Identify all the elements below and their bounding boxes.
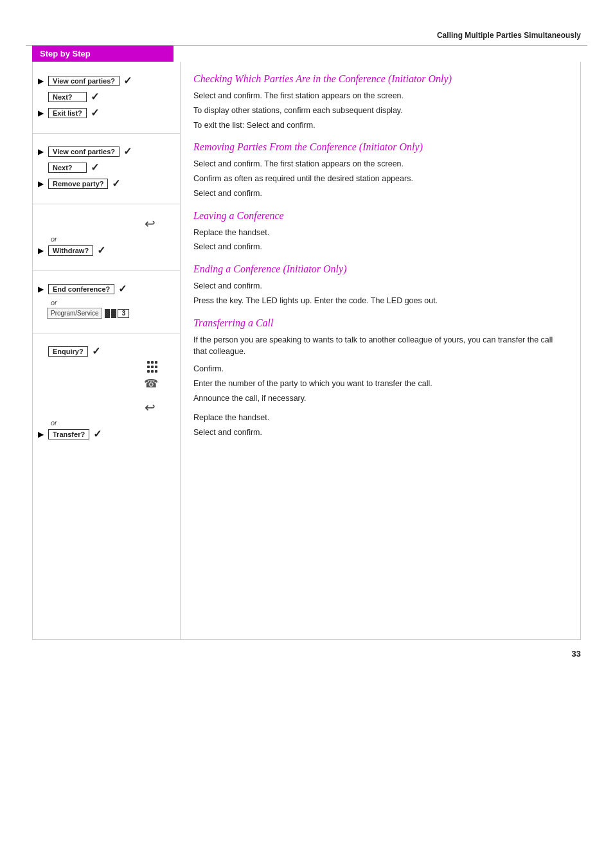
check-1: ✓ — [123, 75, 132, 87]
arrow-icon: ▶ — [38, 285, 46, 294]
step-text: Press the key. The LED lights up. Enter … — [193, 295, 438, 307]
section-title-transferring: Transferring a Call — [193, 317, 567, 329]
left-step-row: ▶ View conf parties? ✓ — [38, 145, 175, 157]
left-divider — [33, 133, 180, 134]
or-label: or — [38, 235, 175, 243]
phone-replace-row: ↩ — [38, 216, 175, 231]
step-text: Announce the call, if necessary. — [193, 393, 306, 405]
arrow-icon: ▶ — [38, 147, 46, 156]
arrow-icon: ▶ — [38, 246, 46, 255]
left-step-row: ▶ Remove party? ✓ — [38, 177, 175, 190]
step-row: Announce the call, if necessary. — [193, 393, 567, 405]
step-text: Select and confirm. — [193, 188, 262, 200]
key-withdraw[interactable]: Withdraw? — [48, 245, 93, 256]
step-row: To exit the list: Select and confirm. — [193, 120, 567, 132]
announce-row: ☎ — [38, 376, 175, 391]
step-text: Select and confirm. The first station ap… — [193, 158, 404, 170]
led-code-box: 3 — [118, 309, 129, 318]
step-text: Replace the handset. — [193, 412, 269, 424]
step-text: Select and confirm. — [193, 241, 262, 253]
arrow-icon: ▶ — [38, 109, 46, 118]
step-row: Confirm. — [193, 363, 567, 375]
step-row: Press the key. The LED lights up. Enter … — [193, 295, 567, 307]
step-text: To exit the list: Select and confirm. — [193, 120, 315, 132]
or-label: or — [38, 299, 175, 306]
key-end-conference[interactable]: End conference? — [48, 284, 114, 294]
arrow-spacer — [38, 347, 46, 356]
key-transfer[interactable]: Transfer? — [48, 429, 89, 439]
page-number: 33 — [0, 640, 613, 659]
phone-replace-row-2: ↩ — [38, 400, 175, 415]
step-text: Select and confirm. The first station ap… — [193, 90, 404, 102]
check-10: ✓ — [93, 428, 102, 440]
section-title-checking: Checking Which Parties Are in the Confer… — [193, 73, 567, 85]
arrow-spacer — [38, 163, 46, 172]
left-step-row: ▶ Exit list? ✓ — [38, 107, 175, 119]
content-area: ▶ View conf parties? ✓ Next? ✓ ▶ Exit li… — [32, 62, 581, 640]
program-service-button[interactable]: Program/Service — [47, 308, 102, 319]
spacer — [193, 407, 567, 412]
keypad-row — [38, 361, 175, 373]
step-text: Select and confirm. — [193, 280, 262, 292]
left-step-row: Next? ✓ — [38, 91, 175, 103]
left-step-row: ▶ End conference? ✓ — [38, 283, 175, 295]
left-step-row: ▶ Transfer? ✓ — [38, 428, 175, 440]
step-text: Confirm as often as required until the d… — [193, 173, 413, 185]
section-title-ending: Ending a Conference (Initiator Only) — [193, 263, 567, 275]
step-by-step-label: Step by Step — [32, 46, 173, 62]
step-row: Enter the number of the party to which y… — [193, 378, 567, 390]
step-row: Select and confirm. — [193, 241, 567, 253]
left-leaving: ↩ or ▶ Withdraw? ✓ — [33, 209, 180, 265]
key-next-1[interactable]: Next? — [48, 92, 87, 102]
step-text: Confirm. — [193, 363, 224, 375]
page: Calling Multiple Parties Simultaneously … — [0, 0, 613, 868]
check-2: ✓ — [91, 91, 99, 103]
step-row: To display other stations, confirm each … — [193, 105, 567, 117]
or-label-2: or — [38, 419, 175, 427]
check-6: ✓ — [112, 177, 120, 190]
phone-handset-icon-2: ↩ — [145, 400, 155, 415]
left-step-row: ▶ Withdraw? ✓ — [38, 244, 175, 256]
key-enquiry[interactable]: Enquiry? — [48, 346, 88, 357]
left-removing: ▶ View conf parties? ✓ Next? ✓ ▶ Remove … — [33, 139, 180, 199]
step-row: Replace the handset. — [193, 412, 567, 424]
left-divider — [33, 270, 180, 271]
step-row: Confirm as often as required until the d… — [193, 173, 567, 185]
keypad-icon — [147, 361, 158, 373]
arrow-spacer — [38, 93, 46, 102]
program-service-row: Program/Service 3 — [38, 308, 175, 319]
left-step-row: Enquiry? ✓ — [38, 345, 175, 357]
key-remove-party[interactable]: Remove party? — [48, 179, 108, 189]
step-row: Select and confirm. — [193, 280, 567, 292]
step-text: Enter the number of the party to which y… — [193, 378, 432, 390]
key-view-conf-2[interactable]: View conf parties? — [48, 146, 120, 157]
step-row: Select and confirm. The first station ap… — [193, 158, 567, 170]
left-divider — [33, 204, 180, 204]
arrow-icon: ▶ — [38, 430, 46, 439]
left-divider — [33, 333, 180, 333]
left-checking: ▶ View conf parties? ✓ Next? ✓ ▶ Exit li… — [33, 68, 180, 128]
left-transferring: Enquiry? ✓ ☎ — [33, 339, 180, 449]
key-exit-list[interactable]: Exit list? — [48, 108, 87, 118]
person-icon: ☎ — [144, 376, 158, 391]
check-3: ✓ — [91, 107, 99, 119]
led-seg-2 — [111, 309, 116, 318]
right-column: Checking Which Parties Are in the Confer… — [181, 62, 580, 639]
step-row: Select and confirm. — [193, 427, 567, 439]
left-step-row: Next? ✓ — [38, 161, 175, 173]
led-seg-1 — [105, 309, 110, 318]
left-column: ▶ View conf parties? ✓ Next? ✓ ▶ Exit li… — [33, 62, 181, 639]
step-text: Replace the handset. — [193, 227, 269, 239]
header-title: Calling Multiple Parties Simultaneously — [437, 31, 581, 40]
check-5: ✓ — [91, 161, 99, 173]
step-row: Select and confirm. The first station ap… — [193, 90, 567, 102]
key-next-2[interactable]: Next? — [48, 163, 87, 173]
step-row: Select and confirm. — [193, 188, 567, 200]
check-9: ✓ — [92, 345, 100, 357]
check-8: ✓ — [118, 283, 127, 295]
section-title-leaving: Leaving a Conference — [193, 210, 567, 222]
check-7: ✓ — [97, 244, 105, 256]
arrow-icon: ▶ — [38, 76, 46, 85]
key-view-conf-1[interactable]: View conf parties? — [48, 76, 120, 86]
page-header: Calling Multiple Parties Simultaneously — [0, 26, 613, 45]
